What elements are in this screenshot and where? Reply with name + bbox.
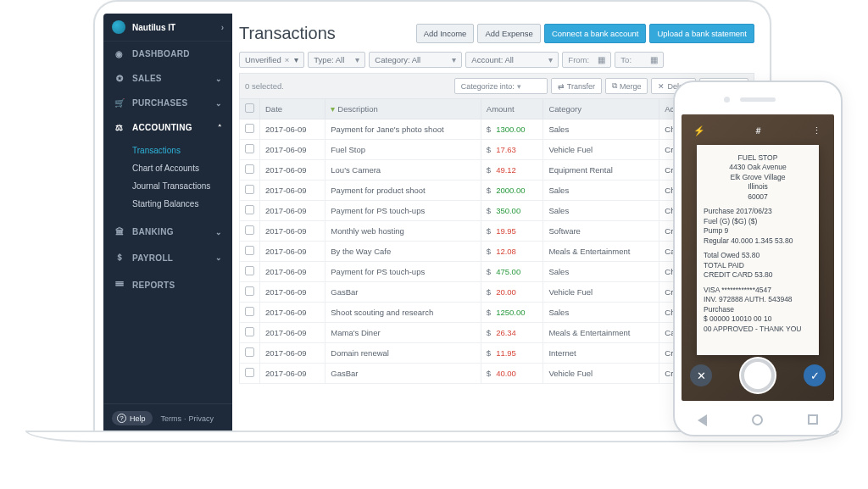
dashboard-icon: ◉ xyxy=(114,49,125,58)
row-checkbox[interactable] xyxy=(245,185,254,194)
scale-icon: ⚖ xyxy=(114,123,125,132)
chevron-down-icon: ▾ xyxy=(452,55,456,64)
cell-date: 2017-06-09 xyxy=(260,282,326,303)
chevron-down-icon: ⌄ xyxy=(215,228,222,236)
add-income-button[interactable]: Add Income xyxy=(416,24,475,43)
row-checkbox[interactable] xyxy=(245,246,254,255)
cell-amount: $475.00 xyxy=(481,262,543,282)
filter-account[interactable]: Account: All▾ xyxy=(465,52,559,68)
grid-icon[interactable]: ＃ xyxy=(748,121,767,140)
accounting-subnav: Transactions Chart of Accounts Journal T… xyxy=(103,140,232,219)
sidebar-item-banking[interactable]: 🏛 BANKING ⌄ xyxy=(103,219,232,244)
shutter-button[interactable] xyxy=(741,358,775,392)
phone-frame: ⚡ ＃ ⋮ FUEL STOP 4430 Oak Avenue Elk Grov… xyxy=(673,81,843,436)
row-checkbox[interactable] xyxy=(245,286,254,296)
cell-description: Payment for product shoot xyxy=(326,181,481,201)
more-icon[interactable]: ⋮ xyxy=(807,121,826,140)
help-button[interactable]: ? Help xyxy=(112,411,153,425)
add-expense-button[interactable]: Add Expense xyxy=(477,24,541,43)
sidebar-item-payroll[interactable]: ＄ PAYROLL ⌄ xyxy=(103,244,232,271)
cell-date: 2017-06-09 xyxy=(260,262,326,282)
merge-icon: ⧉ xyxy=(612,81,617,91)
sidebar-item-purchases[interactable]: 🛒 PURCHASES ⌄ xyxy=(103,91,232,115)
recents-icon[interactable] xyxy=(808,414,818,425)
row-checkbox[interactable] xyxy=(245,347,254,357)
privacy-link[interactable]: Privacy xyxy=(189,414,214,423)
col-date[interactable]: Date xyxy=(260,99,326,119)
row-checkbox[interactable] xyxy=(245,307,254,316)
sidebar-item-dashboard[interactable]: ◉ DASHBOARD xyxy=(103,42,232,66)
row-checkbox[interactable] xyxy=(245,205,254,214)
select-all-checkbox[interactable] xyxy=(245,103,254,113)
back-icon[interactable] xyxy=(698,414,707,426)
row-checkbox[interactable] xyxy=(245,144,254,153)
phone-camera-dot xyxy=(724,97,730,103)
filter-chip-unverified[interactable]: Unverified× ▾ xyxy=(239,52,304,68)
row-checkbox[interactable] xyxy=(245,225,254,235)
sidebar-item-journal-transactions[interactable]: Journal Transactions xyxy=(132,177,232,195)
cell-category: Vehicle Fuel xyxy=(543,140,659,160)
sort-asc-icon: ▾ xyxy=(331,104,335,114)
sidebar-item-sales[interactable]: ✪ SALES ⌄ xyxy=(103,66,232,91)
flash-icon[interactable]: ⚡ xyxy=(690,121,709,140)
sidebar-item-reports[interactable]: 𝍢 REPORTS xyxy=(103,271,232,298)
cell-date: 2017-06-09 xyxy=(260,323,326,343)
col-category[interactable]: Category xyxy=(543,99,659,119)
cell-amount: $20.00 xyxy=(481,282,543,303)
cell-amount: $49.12 xyxy=(481,160,543,181)
row-checkbox[interactable] xyxy=(245,368,254,377)
cell-description: Payment for PS touch-ups xyxy=(326,262,481,282)
cell-description: Payment for Jane's photo shoot xyxy=(326,119,481,140)
cell-amount: $350.00 xyxy=(481,201,543,221)
col-amount[interactable]: Amount xyxy=(481,99,543,119)
receipt-preview: FUEL STOP 4430 Oak Avenue Elk Grove Vill… xyxy=(697,145,819,355)
cell-category: Sales xyxy=(543,181,659,201)
filter-category[interactable]: Category: All▾ xyxy=(369,52,462,68)
chevron-down-icon: ▾ xyxy=(517,82,521,91)
col-description[interactable]: ▾Description xyxy=(326,99,481,119)
sidebar: Nautilus IT › ◉ DASHBOARD ✪ SALES ⌄ 🛒 PU… xyxy=(103,14,232,432)
cell-amount: $26.34 xyxy=(481,323,543,343)
cell-date: 2017-06-09 xyxy=(260,303,326,323)
row-checkbox[interactable] xyxy=(245,327,254,336)
sidebar-item-accounting[interactable]: ⚖ ACCOUNTING ˄ xyxy=(103,115,232,140)
cell-amount: $17.63 xyxy=(481,140,543,160)
money-icon: ＄ xyxy=(114,252,125,264)
row-checkbox[interactable] xyxy=(245,124,254,133)
filter-type[interactable]: Type: All▾ xyxy=(308,52,365,68)
filter-from-date[interactable]: From:▦ xyxy=(562,52,611,68)
cell-date: 2017-06-09 xyxy=(260,364,326,384)
cell-description: GasBar xyxy=(326,282,481,303)
sidebar-footer: ? Help Terms · Privacy xyxy=(103,403,232,432)
chevron-down-icon: ⌄ xyxy=(215,253,222,262)
cell-category: Sales xyxy=(543,303,659,323)
sidebar-item-starting-balances[interactable]: Starting Balances xyxy=(132,195,232,213)
cell-category: Sales xyxy=(543,119,659,140)
sidebar-item-chart-of-accounts[interactable]: Chart of Accounts xyxy=(132,159,232,177)
brand-logo-icon xyxy=(112,20,125,34)
confirm-capture-button[interactable]: ✓ xyxy=(804,364,826,386)
cell-category: Equipment Rental xyxy=(543,160,659,181)
cell-amount: $2000.00 xyxy=(481,181,543,201)
row-checkbox[interactable] xyxy=(245,164,254,174)
chevron-up-icon: ˄ xyxy=(218,124,222,132)
terms-link[interactable]: Terms xyxy=(161,414,182,423)
transfer-button[interactable]: ⇄Transfer xyxy=(551,78,602,94)
brand-name: Nautilus IT xyxy=(132,23,175,32)
brand-switcher[interactable]: Nautilus IT › xyxy=(103,14,232,42)
cell-amount: $19.95 xyxy=(481,221,543,242)
cancel-capture-button[interactable]: ✕ xyxy=(690,364,712,386)
cell-category: Meals & Entertainment xyxy=(543,242,659,262)
categorize-select[interactable]: Categorize into:▾ xyxy=(454,78,548,94)
row-checkbox[interactable] xyxy=(245,266,254,275)
upload-statement-button[interactable]: Upload a bank statement xyxy=(649,24,754,43)
close-icon[interactable]: × xyxy=(285,55,290,64)
filter-to-date[interactable]: To:▦ xyxy=(615,52,664,68)
bank-icon: 🏛 xyxy=(114,227,125,236)
cell-category: Vehicle Fuel xyxy=(543,364,659,384)
cell-description: Shoot scouting and research xyxy=(326,303,481,323)
connect-bank-button[interactable]: Connect a bank account xyxy=(544,24,646,43)
merge-button[interactable]: ⧉Merge xyxy=(605,78,648,94)
home-icon[interactable] xyxy=(752,414,763,425)
sidebar-item-transactions[interactable]: Transactions xyxy=(132,142,232,159)
